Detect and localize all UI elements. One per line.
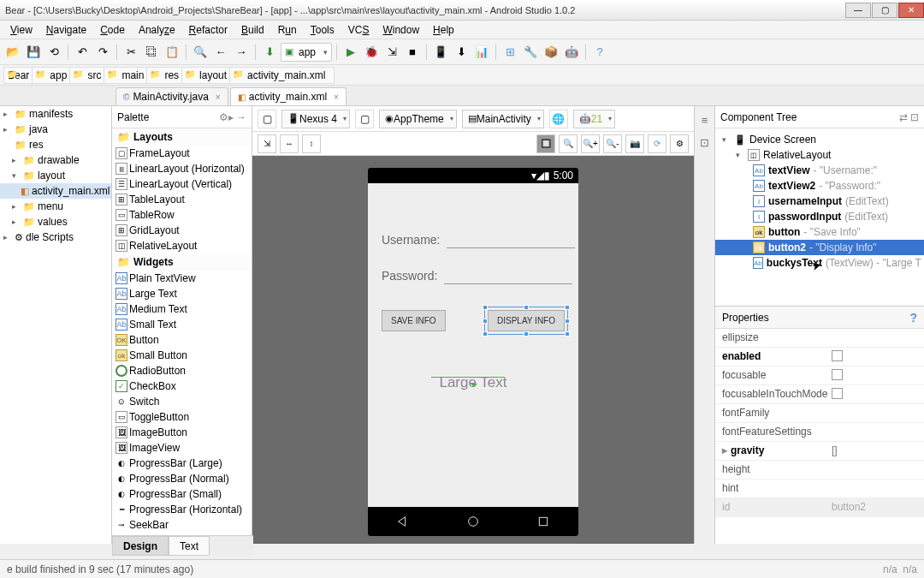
android-icon[interactable]: 🤖 (562, 43, 581, 62)
attach-icon[interactable]: ⇲ (382, 43, 401, 62)
sdk-icon[interactable]: ⬇ (452, 43, 471, 62)
locale-icon[interactable]: 🌐 (549, 110, 568, 128)
palette-tablelayout[interactable]: ⊞TableLayout (112, 192, 252, 207)
settings-icon[interactable]: ⚙ (670, 134, 689, 153)
tree-menu[interactable]: ▸📁menu (0, 199, 111, 214)
tab-activitymain[interactable]: ◧ activity_main.xml × (230, 87, 346, 105)
checkbox[interactable] (832, 350, 843, 361)
run-icon[interactable]: ▶ (341, 43, 360, 62)
device-selector[interactable]: 📱 Nexus 4 (281, 110, 350, 128)
palette-checkbox[interactable]: ✓CheckBox (112, 378, 252, 394)
palette-settings-icon[interactable]: ⚙▸ → (219, 111, 246, 123)
username-label[interactable]: Username: (382, 233, 440, 247)
password-input[interactable] (444, 267, 572, 284)
palette-progresshoriz[interactable]: ━ProgressBar (Horizontal) (112, 502, 252, 517)
copy-icon[interactable]: ⿻ (142, 43, 161, 62)
palette-button[interactable]: OKButton (112, 332, 252, 348)
zoom-out-icon[interactable]: 🔍- (603, 134, 622, 153)
palette-plaintext[interactable]: AbPlain TextView (112, 271, 252, 286)
close-icon[interactable]: × (216, 92, 221, 102)
tree-layout[interactable]: ▾📁layout (0, 168, 111, 183)
prop-fontfeature[interactable]: fontFeatureSettings (715, 423, 924, 442)
prop-gravity[interactable]: ▸gravity[] (715, 442, 924, 461)
checkbox[interactable] (832, 369, 843, 380)
checkbox[interactable] (832, 388, 843, 399)
menu-view[interactable]: View (5, 22, 38, 38)
expand-v-icon[interactable]: ↕ (302, 134, 321, 153)
palette-mediumtext[interactable]: AbMedium Text (112, 301, 252, 317)
palette-progressnormal[interactable]: ◐ProgressBar (Normal) (112, 471, 252, 486)
palette-imagebutton[interactable]: 🖼ImageButton (112, 425, 252, 440)
tree-java[interactable]: ▸📁java (0, 122, 111, 137)
theme-selector[interactable]: ◉AppTheme (379, 110, 457, 128)
text-tab[interactable]: Text (169, 536, 210, 556)
palette-switch[interactable]: ⊙Switch (112, 394, 252, 409)
zoom-actual-icon[interactable]: 🔍 (559, 134, 578, 153)
menu-refactor[interactable]: Refactor (184, 22, 233, 38)
prop-focusabletouch[interactable]: focusableInTouchMode (715, 385, 924, 404)
username-input[interactable] (447, 231, 575, 248)
tree-gradle[interactable]: ▸⚙dle Scripts (0, 229, 111, 245)
forward-icon[interactable]: → (232, 43, 251, 62)
palette-progresssmall[interactable]: ◐ProgressBar (Small) (112, 486, 252, 502)
refresh-icon[interactable]: ⟳ (648, 134, 666, 153)
palette-smallbutton[interactable]: okSmall Button (112, 348, 252, 363)
prop-height[interactable]: height (715, 461, 924, 480)
display-icon[interactable]: ▢ (355, 110, 374, 128)
design-canvas[interactable]: ▾◢▮ 5:00 Username: Password: SAVE INFO (252, 156, 694, 544)
camera-icon[interactable]: 📷 (625, 134, 644, 153)
close-button[interactable]: ✕ (898, 3, 924, 18)
ct-button[interactable]: okbutton - "Save Info" (715, 224, 924, 240)
debug-icon[interactable]: 🐞 (362, 43, 381, 62)
activity-selector[interactable]: ▤MainActivity (462, 110, 544, 128)
maximize-button[interactable]: ▢ (872, 3, 897, 18)
display-info-button[interactable]: DISPLAY INFO (488, 310, 565, 331)
palette-toggle[interactable]: ▭ToggleButton (112, 409, 252, 425)
ct-passwordinput[interactable]: IpasswordInput (EditText) (715, 209, 924, 224)
crumb-5[interactable]: layout (181, 67, 236, 84)
tree-tools-icon[interactable]: ⇄ ⊡ (899, 111, 919, 123)
palette-gridlayout[interactable]: ⊞GridLayout (112, 223, 252, 238)
tree-drawable[interactable]: ▸📁drawable (0, 152, 111, 168)
sync-icon[interactable]: ⟲ (44, 43, 63, 62)
run-config-selector[interactable]: app (281, 43, 332, 62)
orientation-icon[interactable]: ▢ (258, 110, 276, 128)
palette-linearh[interactable]: ⫼LinearLayout (Horizontal) (112, 161, 252, 176)
prop-hint[interactable]: hint (715, 480, 924, 498)
redo-icon[interactable]: ↷ (93, 43, 112, 62)
crumb-6[interactable]: activity_main.xml (229, 67, 335, 84)
palette-linearv[interactable]: ☰LinearLayout (Vertical) (112, 176, 252, 192)
expand-icon[interactable]: ⊡ (696, 134, 714, 151)
menu-tools[interactable]: Tools (305, 22, 340, 38)
make-icon[interactable]: ⬇ (260, 43, 279, 62)
tree-values[interactable]: ▸📁values (0, 214, 111, 229)
minimize-button[interactable]: — (845, 3, 871, 18)
api-selector[interactable]: 🤖21 (573, 110, 615, 128)
palette-progresslarge[interactable]: ◐ProgressBar (Large) (112, 456, 252, 471)
ct-usernameinput[interactable]: IusernameInput (EditText) (715, 194, 924, 209)
help-icon[interactable]: ? (590, 43, 609, 62)
save-icon[interactable]: 💾 (24, 43, 43, 62)
collapse-icon[interactable]: ≡ (696, 111, 714, 128)
paste-icon[interactable]: 📋 (163, 43, 181, 62)
structure-icon[interactable]: ⊞ (500, 43, 519, 62)
avd-icon[interactable]: 📱 (431, 43, 450, 62)
open-icon[interactable]: 📂 (3, 43, 22, 62)
prop-enabled[interactable]: enabled (715, 348, 924, 366)
ct-textview2[interactable]: AbtextView2 - "Password:" (715, 178, 924, 194)
palette-tablerow[interactable]: ▭TableRow (112, 207, 252, 223)
menu-code[interactable]: Code (95, 22, 130, 38)
palette-group-layouts[interactable]: 📁Layouts (112, 128, 252, 146)
ct-device-screen[interactable]: ▾📱Device Screen (715, 132, 924, 147)
design-tab[interactable]: Design (112, 536, 169, 556)
prop-focusable[interactable]: focusable (715, 366, 924, 385)
menu-run[interactable]: Run (273, 22, 302, 38)
prop-fontfamily[interactable]: fontFamily (715, 404, 924, 423)
password-label[interactable]: Password: (382, 269, 437, 283)
stop-icon[interactable]: ■ (403, 43, 422, 62)
zoom-fit-icon[interactable]: 🔲 (536, 134, 555, 153)
palette-group-widgets[interactable]: 📁Widgets (112, 253, 252, 271)
ct-buckystext[interactable]: AbbuckysText (TextView) - "Large T (715, 255, 924, 271)
expand-h-icon[interactable]: ↔ (280, 134, 299, 153)
undo-icon[interactable]: ↶ (73, 43, 92, 62)
